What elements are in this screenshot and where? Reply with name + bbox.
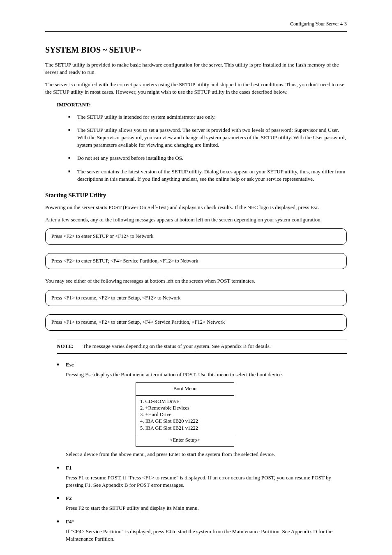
message-box: Press <F1> to resume, <F2> to enter Setu… (45, 290, 347, 306)
key-f1: F1 Press F1 to resume POST, if "Press <F… (57, 464, 347, 489)
key-head: Esc (66, 362, 74, 368)
note-block: NOTE: The message varies depending on th… (57, 339, 347, 354)
important-item: The SETUP utility is intended for system… (68, 113, 347, 121)
section-title: SYSTEM BIOS ~ SETUP ~ (45, 44, 347, 55)
boot-menu-body: 1. CD-ROM Drive 2. +Removable Devices 3.… (136, 396, 234, 434)
important-label: IMPORTANT: (57, 101, 91, 108)
keys-list: Esc Pressing Esc displays the Boot menu … (57, 361, 347, 543)
important-list: The SETUP utility is intended for system… (68, 113, 347, 183)
key-text: Press F2 to start the SETUP utility and … (66, 504, 347, 512)
intro-paragraph-2: The server is configured with the correc… (45, 81, 347, 96)
boot-menu-item: 5. IBA GE Slot 0B21 v1222 (140, 425, 230, 431)
starting-p2: After a few seconds, any of the followin… (45, 216, 347, 223)
boot-menu: Boot Menu 1. CD-ROM Drive 2. +Removable … (136, 382, 234, 447)
key-head: F1 (66, 465, 71, 471)
key-f4: F4* If "<F4> Service Partition" is displ… (57, 518, 347, 543)
header-rule (45, 31, 347, 32)
key-text: If "<F4> Service Partition" is displayed… (66, 528, 347, 543)
key-esc: Esc Pressing Esc displays the Boot menu … (57, 361, 347, 458)
important-item: The SETUP utility allows you to set a pa… (68, 127, 347, 149)
boot-menu-item: 4. IBA GE Slot 0B20 v1222 (140, 418, 230, 424)
page-header-text: Configuring Your Server 4-3 (290, 21, 347, 27)
key-f2: F2 Press F2 to start the SETUP utility a… (57, 495, 347, 512)
message-box: Press <F1> to resume, <F2> to enter Setu… (45, 314, 347, 331)
important-item: The server contains the latest version o… (68, 168, 347, 183)
intro-paragraph-1: The SETUP utility is provided to make ba… (45, 61, 347, 76)
starting-p1: Powering on the server starts POST (Powe… (45, 204, 347, 211)
important-block: IMPORTANT: (57, 101, 347, 108)
boot-menu-footer: <Enter Setup> (136, 434, 234, 447)
boot-menu-item: 1. CD-ROM Drive (140, 398, 230, 405)
key-head: F2 (66, 495, 71, 501)
message-box: Press <F2> to enter SETUP or <F12> to Ne… (45, 228, 347, 245)
key-text: Pressing Esc displays the Boot menu at t… (66, 371, 347, 378)
page-header: Configuring Your Server 4-3 (45, 21, 347, 28)
key-text: Press F1 to resume POST, if "Press <F1> … (66, 474, 347, 489)
key-text: Select a device from the above menu, and… (66, 451, 347, 458)
key-head: F4 (66, 518, 71, 525)
message-box: Press <F2> to enter SETUP, <F4> Service … (45, 253, 347, 269)
note-label: NOTE: (57, 343, 81, 350)
note-text: The message varies depending on the stat… (83, 343, 344, 350)
boot-menu-item: 2. +Removable Devices (140, 405, 230, 411)
starting-p3: You may see either of the following mess… (45, 277, 347, 285)
boot-menu-title: Boot Menu (136, 383, 234, 396)
important-item: Do not set any password before installin… (68, 154, 347, 162)
starting-title: Starting SETUP Utility (45, 191, 347, 200)
boot-menu-item: 3. +Hard Drive (140, 411, 230, 418)
